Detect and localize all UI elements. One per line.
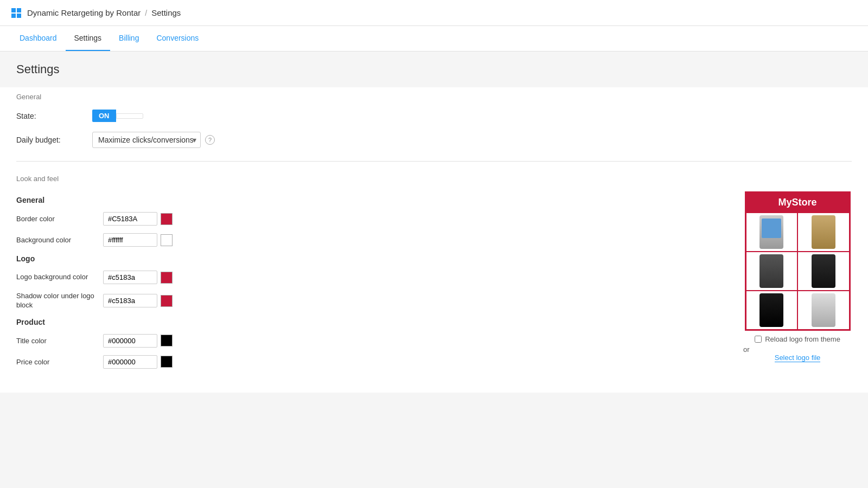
general-subsection-title: General [16,196,722,204]
app-header: Dynamic Retargeting by Rontar / Settings [0,0,868,26]
header-current-page: Settings [151,8,181,17]
widget-cell-6 [797,291,850,330]
look-feel-right: MyStore [743,191,852,376]
daily-budget-help-icon[interactable]: ? [205,135,215,145]
look-feel-container: General Border color Background color Lo… [16,191,852,376]
svg-rect-1 [17,8,21,12]
widget-store-name: MyStore [746,192,850,213]
look-and-feel-section: Look and feel General Border color Backg… [16,175,852,376]
select-logo-link[interactable]: Select logo file [775,354,821,362]
app-name: Dynamic Retargeting by Rontar [27,8,141,17]
product-phone-2 [812,215,835,249]
widget-cell-1 [746,213,798,252]
background-color-row: Background color [16,233,722,247]
widget-preview: MyStore [745,191,851,331]
product-subsection-title: Product [16,318,722,326]
product-phone-3 [760,254,783,288]
general-section-label: General [16,93,852,101]
logo-bg-color-swatch[interactable] [161,272,173,284]
widget-cell-2 [797,213,850,252]
state-label: State: [16,112,92,120]
main-nav: Dashboard Settings Billing Conversions [0,26,868,52]
logo-subsection-title: Logo [16,254,722,263]
svg-rect-3 [17,14,21,18]
svg-rect-2 [11,14,16,18]
shadow-color-label: Shadow color under logo block [16,292,103,310]
title-color-swatch[interactable] [161,335,173,346]
daily-budget-label: Daily budget: [16,136,92,144]
reload-logo-checkbox[interactable] [755,336,762,343]
background-color-input[interactable] [103,233,157,247]
widget-cell-5 [746,291,798,330]
price-color-row: Price color [16,355,722,369]
logo-bg-color-label: Logo background color [16,273,103,282]
widget-cell-4 [797,252,850,291]
logo-bg-color-row: Logo background color [16,271,722,284]
background-color-swatch[interactable] [161,234,173,246]
price-color-input[interactable] [103,355,157,369]
price-color-label: Price color [16,358,103,366]
shadow-color-input[interactable] [103,294,157,307]
border-color-swatch[interactable] [161,213,173,225]
border-color-row: Border color [16,212,722,226]
page-header: Settings [0,52,868,87]
nav-item-billing[interactable]: Billing [110,26,148,51]
look-feel-left: General Border color Background color Lo… [16,191,722,376]
reload-logo-label: Reload logo from theme [765,335,840,343]
page-title: Settings [16,62,852,76]
header-separator: / [145,9,147,17]
daily-budget-select[interactable]: Maximize clicks/conversions Fixed daily … [92,132,201,148]
toggle-off-area[interactable] [116,113,143,119]
product-phone-4 [812,254,835,288]
app-icon [11,8,22,18]
daily-budget-dropdown-wrapper: Maximize clicks/conversions Fixed daily … [92,132,201,148]
title-color-input[interactable] [103,334,157,348]
product-phone-6 [812,293,835,327]
reload-logo-container: Reload logo from theme [755,335,840,343]
shadow-color-swatch[interactable] [161,295,173,307]
border-color-label: Border color [16,215,103,223]
look-and-feel-label: Look and feel [16,175,852,183]
toggle-on-label[interactable]: ON [92,110,116,122]
or-text: or [743,345,852,354]
title-color-row: Title color [16,334,722,348]
daily-budget-row: Daily budget: Maximize clicks/conversion… [16,132,852,148]
widget-cell-3 [746,252,798,291]
price-color-swatch[interactable] [161,356,173,368]
shadow-color-row: Shadow color under logo block [16,292,722,310]
nav-item-settings[interactable]: Settings [66,26,111,51]
main-content: General State: ON Daily budget: Maximize… [0,87,868,393]
nav-item-conversions[interactable]: Conversions [148,26,207,51]
state-row: State: ON [16,110,852,122]
nav-item-dashboard[interactable]: Dashboard [11,26,66,51]
border-color-input[interactable] [103,212,157,226]
general-section: General State: ON Daily budget: Maximize… [16,93,852,148]
widget-product-grid [746,213,850,330]
product-phone-5 [760,293,783,327]
background-color-label: Background color [16,236,103,244]
svg-rect-0 [11,8,16,12]
state-toggle[interactable]: ON [92,110,143,122]
product-phone-1 [760,215,783,249]
section-divider-1 [16,161,852,162]
logo-bg-color-input[interactable] [103,271,157,284]
title-color-label: Title color [16,337,103,345]
